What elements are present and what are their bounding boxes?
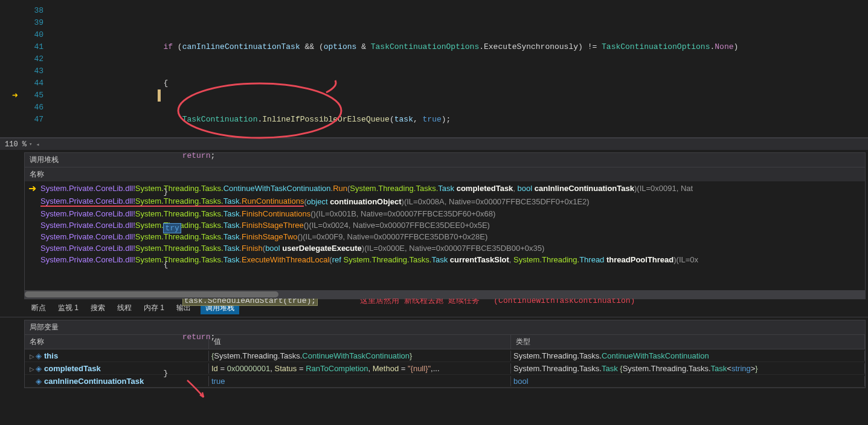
variable-name: this	[44, 351, 58, 360]
current-frame-arrow-icon: ➜	[28, 183, 39, 194]
line-number: 41	[24, 41, 43, 53]
chevron-down-icon: ▾	[29, 141, 32, 148]
glyph-margin: ➜	[0, 0, 24, 137]
current-statement-arrow-icon: ➜	[12, 89, 23, 102]
scrollbar-thumb[interactable]	[25, 291, 278, 297]
line-number: 40	[24, 29, 43, 41]
line-number: 44	[24, 77, 43, 89]
code-editor: ➜ 38 39 40 41 42 43 44 45 46 47 if (canI…	[0, 0, 868, 138]
zoom-dropdown[interactable]: 110 % ▾	[5, 140, 32, 149]
zoom-level: 110 %	[5, 140, 27, 149]
var: canInlineContinuationTask	[182, 42, 300, 51]
kw-try: try	[163, 223, 181, 233]
line-number: 45	[24, 89, 43, 102]
line-number: 38	[24, 5, 43, 17]
expand-icon[interactable]: ▷	[27, 366, 36, 372]
line-numbers: 38 39 40 41 42 43 44 45 46 47	[24, 0, 48, 137]
line-number: 47	[24, 114, 43, 126]
code-content[interactable]: if (canInlineContinuationTask && (option…	[79, 0, 868, 137]
variable-icon: ◈	[36, 351, 44, 360]
horizontal-scrollbar[interactable]	[25, 290, 865, 299]
current-line-highlight	[158, 89, 161, 102]
kw-if: if	[163, 42, 173, 51]
tab-item[interactable]: 断点	[29, 302, 48, 314]
scroll-left-icon[interactable]: ◂	[36, 141, 39, 148]
line-number: 43	[24, 65, 43, 77]
line-number: 39	[24, 17, 43, 29]
variable-icon: ◈	[36, 364, 44, 373]
line-number: 46	[24, 102, 43, 114]
outline-margin	[48, 0, 79, 137]
expand-icon[interactable]: ▷	[27, 353, 36, 360]
variable-icon: ◈	[36, 377, 44, 386]
line-number: 42	[24, 53, 43, 65]
tab-item[interactable]: 监视 1	[56, 302, 81, 314]
